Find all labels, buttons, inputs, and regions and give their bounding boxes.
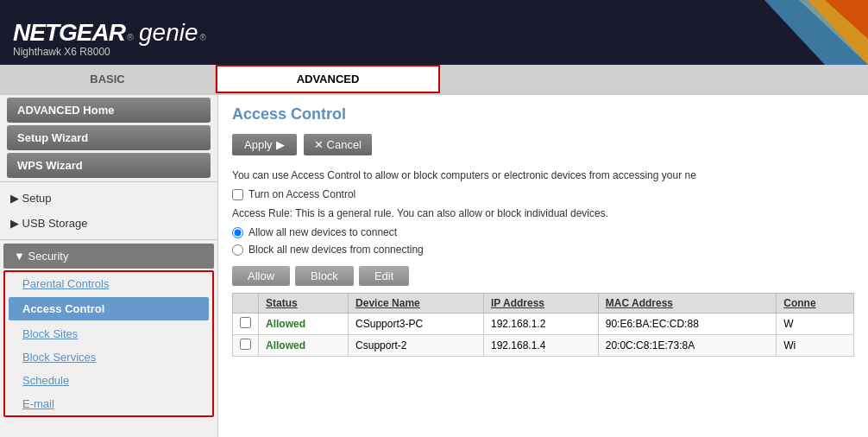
table-row: Allowed Csupport-2 192.168.1.4 20:0C:C8:… <box>233 335 854 357</box>
radio-allow-row: Allow all new devices to connect <box>232 225 854 240</box>
row-checkbox-cell <box>233 314 259 335</box>
col-ip-address: IP Address <box>483 294 598 314</box>
col-status: Status <box>259 294 349 314</box>
row-checkbox-cell <box>233 335 259 357</box>
sidebar-item-schedule[interactable]: Schedule <box>5 369 212 392</box>
turn-on-access-control-row: Turn on Access Control <box>232 187 854 202</box>
device-table-body: Allowed CSupport3-PC 192.168.1.2 90:E6:B… <box>233 314 854 357</box>
turn-on-access-control-checkbox[interactable] <box>232 189 243 200</box>
col-device-name: Device Name <box>349 294 484 314</box>
tab-advanced[interactable]: ADVANCED <box>216 65 440 93</box>
sidebar-item-block-services[interactable]: Block Services <box>5 345 212 369</box>
row-status: Allowed <box>259 314 349 335</box>
access-rule-text: Access Rule: This is a general rule. You… <box>232 206 854 221</box>
cancel-x-icon: ✕ <box>314 138 324 151</box>
row-device-name: Csupport-2 <box>349 335 484 357</box>
apply-button[interactable]: Apply ▶ <box>232 134 297 155</box>
table-header-row: Status Device Name IP Address MAC Addres… <box>233 294 854 314</box>
description-text: You can use Access Control to allow or b… <box>232 168 854 183</box>
tab-right-spacer <box>440 65 868 93</box>
sidebar-item-block-sites[interactable]: Block Sites <box>5 322 212 345</box>
block-button[interactable]: Block <box>295 266 354 286</box>
radio-block-new-devices[interactable] <box>232 244 243 256</box>
row-status: Allowed <box>259 335 349 357</box>
logo-trademark-icon: ® <box>200 33 206 42</box>
tab-basic[interactable]: BASIC <box>0 65 216 93</box>
col-mac-address: MAC Address <box>598 294 777 314</box>
row-checkbox-1[interactable] <box>240 339 251 350</box>
description-box: You can use Access Control to allow or b… <box>232 168 854 257</box>
apply-arrow-icon: ▶ <box>276 138 285 151</box>
sidebar: ADVANCED Home Setup Wizard WPS Wizard ▶ … <box>0 95 218 437</box>
device-name: Nighthawk X6 R8000 <box>13 46 110 58</box>
radio-block-label: Block all new devices from connecting <box>248 242 424 257</box>
row-ip: 192.168.1.2 <box>483 314 598 335</box>
logo-registered-icon: ® <box>127 32 134 42</box>
logo-genie: genie <box>139 19 198 47</box>
allow-button[interactable]: Allow <box>232 266 290 286</box>
row-conn: Wi <box>777 335 854 357</box>
edit-button[interactable]: Edit <box>359 266 409 286</box>
layout: ADVANCED Home Setup Wizard WPS Wizard ▶ … <box>0 95 868 437</box>
sidebar-divider-1 <box>0 181 217 182</box>
table-action-buttons: Allow Block Edit <box>232 266 854 286</box>
row-mac: 90:E6:BA:EC:CD:88 <box>598 314 777 335</box>
main-content: Access Control Apply ▶ ✕ Cancel You can … <box>218 95 868 437</box>
radio-block-row: Block all new devices from connecting <box>232 242 854 257</box>
sidebar-item-wps-wizard[interactable]: WPS Wizard <box>7 153 211 178</box>
sidebar-item-email[interactable]: E-mail <box>5 392 212 415</box>
sidebar-item-security[interactable]: ▼ Security <box>3 244 214 269</box>
col-connection: Conne <box>777 294 854 314</box>
turn-on-label: Turn on Access Control <box>248 187 355 202</box>
header: NETGEAR ® genie ® Nighthawk X6 R8000 <box>0 0 868 65</box>
row-mac: 20:0C:C8:1E:73:8A <box>598 335 777 357</box>
col-checkbox <box>233 294 259 314</box>
radio-allow-label: Allow all new devices to connect <box>248 225 397 240</box>
sidebar-item-setup-wizard[interactable]: Setup Wizard <box>7 125 211 150</box>
device-table: Status Device Name IP Address MAC Addres… <box>232 293 854 357</box>
row-ip: 192.168.1.4 <box>483 335 598 357</box>
sidebar-security-highlight: Parental Controls Access Control Block S… <box>3 270 214 417</box>
nav-tabs: BASIC ADVANCED <box>0 65 868 95</box>
page-title: Access Control <box>232 105 854 124</box>
sidebar-item-parental-controls[interactable]: Parental Controls <box>5 272 212 295</box>
sidebar-divider-2 <box>0 239 217 240</box>
action-row: Apply ▶ ✕ Cancel <box>232 134 854 155</box>
radio-allow-new-devices[interactable] <box>232 227 243 238</box>
sidebar-item-advanced-home[interactable]: ADVANCED Home <box>7 98 211 123</box>
row-checkbox-0[interactable] <box>240 317 251 328</box>
table-row: Allowed CSupport3-PC 192.168.1.2 90:E6:B… <box>233 314 854 335</box>
logo-netgear: NETGEAR <box>13 19 125 47</box>
logo-triangle-decoration <box>764 0 868 65</box>
sidebar-item-access-control[interactable]: Access Control <box>9 297 209 320</box>
cancel-button[interactable]: ✕ Cancel <box>304 134 372 155</box>
sidebar-item-setup[interactable]: ▶ Setup <box>0 186 217 211</box>
row-conn: W <box>777 314 854 335</box>
sidebar-item-usb-storage[interactable]: ▶ USB Storage <box>0 211 217 236</box>
row-device-name: CSupport3-PC <box>349 314 484 335</box>
